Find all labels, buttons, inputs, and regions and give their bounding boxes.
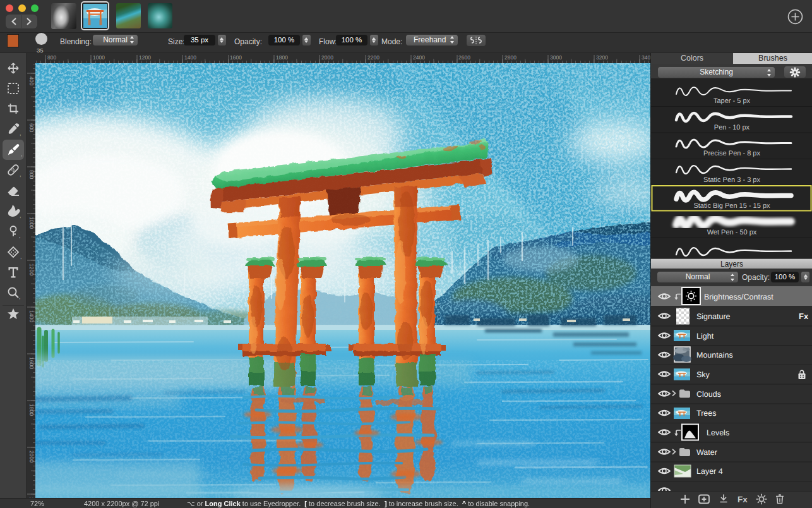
svg-text:Static Big Pen 15 - 15 px: Static Big Pen 15 - 15 px bbox=[693, 202, 770, 210]
svg-text:Layer 4: Layer 4 bbox=[696, 467, 723, 476]
svg-text:,: , bbox=[19, 294, 21, 300]
svg-text:Precise Pen - 8 px: Precise Pen - 8 px bbox=[703, 150, 760, 157]
svg-text:Fx: Fx bbox=[737, 495, 748, 504]
svg-text:Trees: Trees bbox=[696, 409, 717, 418]
svg-text:Signature: Signature bbox=[696, 312, 731, 321]
svg-text:Clouds: Clouds bbox=[696, 390, 721, 399]
svg-text:,: , bbox=[20, 130, 21, 136]
svg-text:Wet Pen - 50 px: Wet Pen - 50 px bbox=[707, 229, 757, 236]
svg-text:Light: Light bbox=[696, 332, 714, 341]
svg-text:Water: Water bbox=[696, 448, 717, 457]
svg-text:Mountains: Mountains bbox=[696, 351, 733, 360]
svg-text:Sky: Sky bbox=[696, 370, 710, 379]
svg-text:Taper - 5 px: Taper - 5 px bbox=[713, 97, 751, 105]
svg-text:,: , bbox=[20, 212, 21, 219]
svg-text:Brightness/Contrast: Brightness/Contrast bbox=[704, 293, 773, 301]
svg-text:Pen - 10 px: Pen - 10 px bbox=[714, 124, 750, 131]
svg-text:Static Pen 3 - 3 px: Static Pen 3 - 3 px bbox=[703, 176, 760, 184]
svg-text:,: , bbox=[21, 151, 23, 157]
svg-text:Levels: Levels bbox=[707, 428, 729, 437]
svg-text:,: , bbox=[20, 253, 22, 260]
svg-text:,: , bbox=[19, 233, 21, 239]
svg-text:Fx: Fx bbox=[799, 311, 809, 321]
svg-text:,: , bbox=[20, 171, 21, 178]
